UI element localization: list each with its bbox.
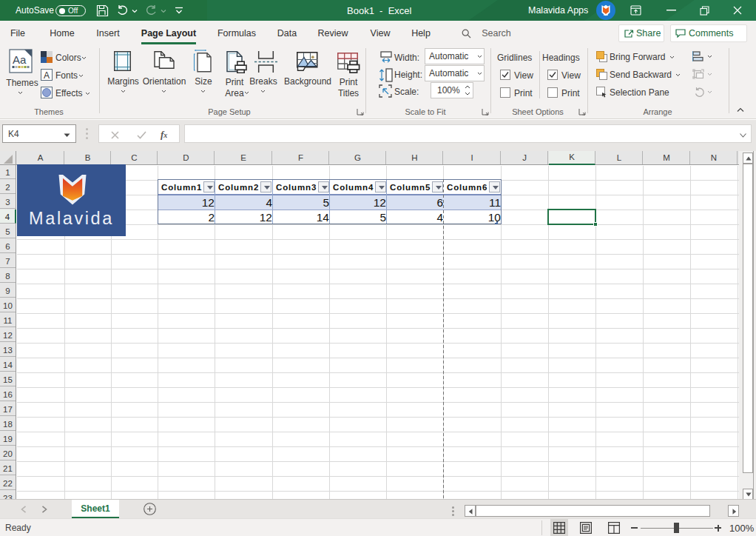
svg-text:A: A — [44, 70, 50, 81]
svg-text:Aa: Aa — [13, 53, 27, 66]
